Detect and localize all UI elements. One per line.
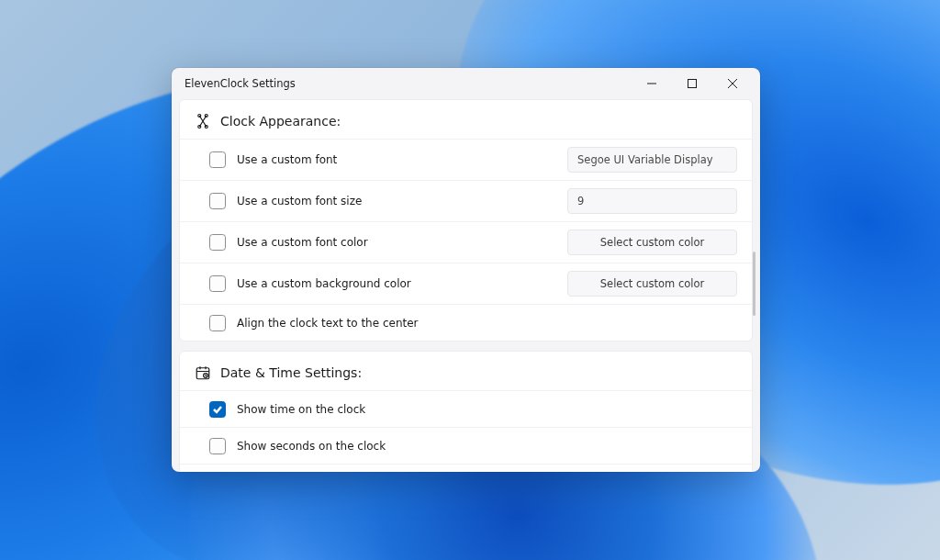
section-title-appearance: Clock Appearance:: [220, 114, 341, 129]
label-custom-font-color: Use a custom font color: [237, 236, 567, 249]
label-show-time: Show time on the clock: [237, 403, 737, 416]
svg-rect-0: [688, 80, 697, 88]
section-header-datetime: Date & Time Settings:: [180, 352, 752, 390]
row-show-date: Show date on the clock: [180, 464, 752, 472]
label-custom-font: Use a custom font: [237, 153, 567, 166]
section-header-appearance: Clock Appearance:: [180, 100, 752, 139]
close-button[interactable]: [712, 70, 753, 97]
row-custom-font-size: Use a custom font size 9: [180, 180, 752, 221]
row-custom-font-color: Use a custom font color Select custom co…: [180, 221, 752, 263]
svg-point-2: [205, 115, 207, 118]
settings-window: ElevenClock Settings Clock Appearance:: [172, 68, 760, 472]
label-custom-bg-color: Use a custom background color: [237, 277, 567, 290]
checkbox-show-time[interactable]: [209, 401, 226, 418]
select-custom-font-size[interactable]: 9: [567, 188, 737, 214]
row-custom-font: Use a custom font Segoe UI Variable Disp…: [180, 139, 752, 180]
calendar-icon: [195, 364, 211, 381]
checkbox-show-seconds[interactable]: [209, 438, 226, 454]
svg-point-1: [198, 115, 201, 118]
minimize-button[interactable]: [632, 70, 672, 97]
titlebar[interactable]: ElevenClock Settings: [172, 68, 760, 99]
appearance-icon: [195, 113, 211, 129]
close-icon: [728, 79, 737, 88]
row-align-center: Align the clock text to the center: [180, 304, 752, 341]
checkbox-custom-bg-color[interactable]: [209, 275, 226, 292]
button-select-font-color[interactable]: Select custom color: [567, 230, 737, 255]
checkbox-custom-font[interactable]: [209, 151, 226, 168]
select-custom-font[interactable]: Segoe UI Variable Display: [567, 147, 737, 173]
label-align-center: Align the clock text to the center: [237, 317, 737, 330]
minimize-icon: [647, 79, 656, 88]
section-clock-appearance: Clock Appearance: Use a custom font Sego…: [179, 99, 753, 342]
checkbox-custom-font-size[interactable]: [209, 193, 226, 209]
label-show-seconds: Show seconds on the clock: [237, 440, 737, 453]
label-custom-font-size: Use a custom font size: [237, 195, 567, 207]
content-area[interactable]: Clock Appearance: Use a custom font Sego…: [172, 99, 760, 472]
button-select-bg-color[interactable]: Select custom color: [567, 271, 737, 297]
checkbox-align-center[interactable]: [209, 315, 226, 331]
row-custom-bg-color: Use a custom background color Select cus…: [180, 263, 752, 304]
row-show-time: Show time on the clock: [180, 390, 752, 427]
scrollbar-thumb[interactable]: [753, 252, 755, 316]
window-title: ElevenClock Settings: [185, 77, 296, 90]
section-title-datetime: Date & Time Settings:: [220, 365, 362, 380]
maximize-button[interactable]: [672, 70, 712, 97]
checkbox-custom-font-color[interactable]: [209, 234, 226, 251]
section-date-time: Date & Time Settings: Show time on the c…: [179, 351, 753, 472]
maximize-icon: [688, 79, 697, 88]
row-show-seconds: Show seconds on the clock: [180, 427, 752, 464]
